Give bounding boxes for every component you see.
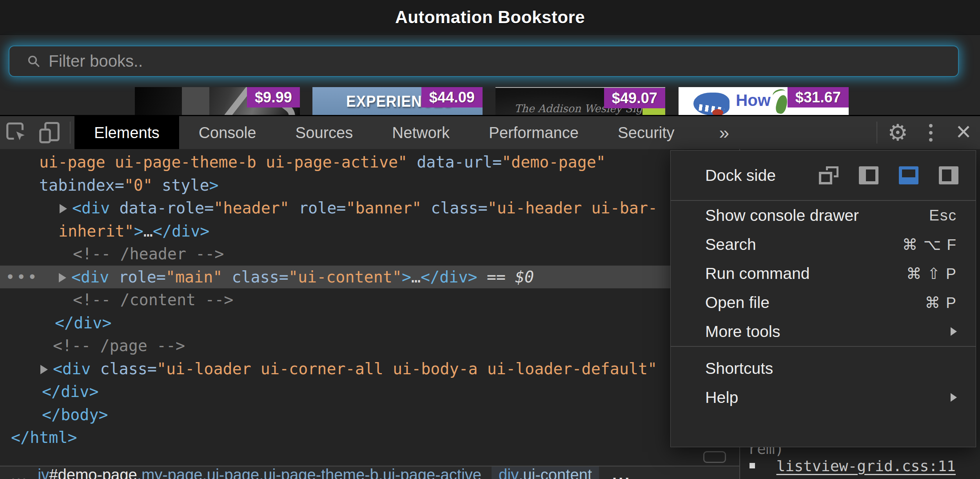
settings-gear-icon[interactable]: ⚙	[881, 116, 914, 149]
tab-performance[interactable]: Performance	[469, 116, 598, 149]
expand-arrow-icon[interactable]	[60, 204, 67, 213]
toolbar-right-group: ⚙ ×	[873, 116, 980, 149]
code-line[interactable]: </div>	[0, 311, 739, 334]
menu-item-shortcuts[interactable]: Shortcuts	[671, 354, 976, 383]
menu-item-run-command[interactable]: Run command⌘ ⇧ P	[671, 259, 976, 288]
code-line[interactable]: <!-- /content -->	[0, 288, 739, 311]
close-devtools-icon[interactable]: ×	[947, 116, 980, 149]
dock-side-label: Dock side	[705, 151, 776, 200]
code-token: inherit"	[58, 222, 134, 240]
price-badge: $44.09	[421, 87, 483, 107]
breadcrumb-item-demo-page[interactable]: iv#demo-page.my-page.ui-page.ui-page-the…	[38, 466, 481, 479]
expand-arrow-icon[interactable]	[59, 273, 66, 282]
code-token: role=	[289, 199, 346, 217]
code-token: </div>	[42, 382, 99, 401]
price-badge: $9.99	[247, 87, 300, 107]
code-token: "ui-content"	[289, 268, 402, 286]
breadcrumb-text: .ui-content	[519, 466, 592, 479]
menu-item-show-console-drawer[interactable]: Show console drawerEsc	[671, 201, 976, 230]
code-token: class=	[222, 268, 289, 286]
breadcrumb-text: .my-page.ui-page.ui-page-theme-b.ui-page…	[137, 466, 481, 479]
styles-rule-row: listview-grid.css:11	[740, 457, 980, 475]
menu-item-label: More tools	[705, 322, 780, 341]
code-line[interactable]: <!-- /header -->	[0, 242, 739, 265]
code-token: </div>	[55, 314, 112, 332]
tab-console[interactable]: Console	[179, 116, 276, 149]
code-token: </html>	[11, 428, 77, 446]
menu-item-label: Open file	[705, 293, 769, 312]
code-token: <!-- /page -->	[53, 337, 185, 355]
menu-item-search[interactable]: Search⌘ ⌥ F	[671, 230, 976, 259]
code-token: "ui-loader ui-corner-all ui-body-a ui-lo…	[157, 360, 657, 378]
page-title: Automation Bookstore	[395, 7, 585, 27]
code-token: </body>	[42, 406, 108, 424]
three-dots-vertical-icon	[929, 124, 933, 142]
menu-padding	[671, 347, 976, 354]
inspect-element-icon[interactable]	[0, 116, 33, 149]
code-line[interactable]: </html>	[0, 426, 739, 449]
code-line[interactable]: tabindex="0" style>	[0, 174, 739, 197]
code-line[interactable]: </div>	[0, 380, 739, 403]
book-cover-shape	[182, 87, 209, 116]
menu-item-more-tools[interactable]: More tools	[671, 317, 976, 346]
dock-hole	[902, 169, 915, 177]
breadcrumb-item-ui-content[interactable]: div.ui-content	[492, 466, 599, 479]
code-token: == $0	[477, 268, 534, 286]
dock-option-undock-icon[interactable]	[819, 166, 838, 184]
breadcrumb-text: div	[499, 466, 519, 479]
code-token: >	[209, 176, 219, 194]
book-card[interactable]: The Addison Wesley Signature Series$49.0…	[495, 87, 665, 116]
code-line[interactable]: <div class="ui-loader ui-corner-all ui-b…	[0, 357, 739, 380]
expand-arrow-icon[interactable]	[40, 365, 48, 374]
tab-security[interactable]: Security	[598, 116, 694, 149]
row-overflow-dots-icon[interactable]: •••	[5, 266, 38, 288]
devtools-tabs: ElementsConsoleSourcesNetworkPerformance…	[74, 116, 694, 149]
css-source-link[interactable]: listview-grid.css:11	[776, 457, 956, 475]
menu-item-label: Shortcuts	[705, 359, 773, 378]
device-toolbar-icon[interactable]	[33, 116, 66, 149]
code-token: "demo-page"	[502, 153, 606, 171]
toolbar-separator	[70, 122, 71, 144]
code-line[interactable]: </body>	[0, 403, 739, 426]
dock-option-dock-right-icon[interactable]	[939, 166, 958, 184]
menu-item-help[interactable]: Help	[671, 383, 976, 412]
menu-item-open-file[interactable]: Open file⌘ P	[671, 288, 976, 317]
code-line[interactable]: •••<div role="main" class="ui-content">……	[0, 266, 739, 288]
submenu-arrow-icon	[951, 393, 957, 402]
code-token: "banner"	[346, 199, 421, 217]
dock-option-dock-bottom-icon[interactable]	[899, 166, 918, 184]
menu-item-label: Help	[705, 388, 738, 407]
code-line[interactable]: inherit">…</div>	[0, 220, 739, 242]
code-token: <!-- /content -->	[73, 291, 233, 309]
code-line[interactable]: <!-- /page -->	[0, 334, 739, 357]
code-token: tabindex=	[39, 176, 124, 194]
book-card[interactable]: How$31.67	[679, 87, 849, 116]
breadcrumb-ellipsis[interactable]: ...	[612, 466, 631, 479]
dock-options	[819, 151, 958, 200]
horizontal-scrollbar-thumb[interactable]	[703, 451, 726, 463]
code-token: "0"	[124, 176, 152, 194]
tab-elements[interactable]: Elements	[74, 116, 179, 149]
submenu-arrow-icon	[951, 327, 957, 336]
price-badge: $31.67	[788, 87, 849, 107]
search-input[interactable]	[48, 51, 946, 71]
code-token: <div	[72, 199, 110, 217]
dock-option-dock-left-icon[interactable]	[859, 166, 878, 184]
code-line[interactable]: <div data-role="header" role="banner" cl…	[0, 197, 739, 219]
more-tabs-chevron-icon[interactable]: »	[703, 116, 745, 149]
code-line[interactable]: ui-page ui-page-theme-b ui-page-active" …	[0, 151, 739, 173]
code-token: class=	[421, 199, 488, 217]
customize-menu-icon[interactable]	[914, 116, 947, 149]
code-token: class=	[91, 360, 157, 378]
screenshot-root: Automation Bookstore $9.99EXPERIENCES$44…	[0, 0, 980, 479]
breadcrumb-bar: ... iv#demo-page.my-page.ui-page.ui-page…	[0, 466, 739, 479]
breadcrumb-overflow-dots: ...	[11, 466, 27, 479]
book-card[interactable]: $9.99	[135, 87, 300, 116]
code-token: "ui-header ui-bar-	[488, 199, 657, 217]
menu-item-label: Run command	[705, 264, 810, 283]
menu-item-shortcut: ⌘ ⇧ P	[906, 265, 957, 282]
tab-sources[interactable]: Sources	[276, 116, 373, 149]
book-card[interactable]: EXPERIENCES$44.09	[312, 87, 483, 116]
breadcrumb-text: iv	[38, 466, 49, 479]
tab-network[interactable]: Network	[372, 116, 469, 149]
